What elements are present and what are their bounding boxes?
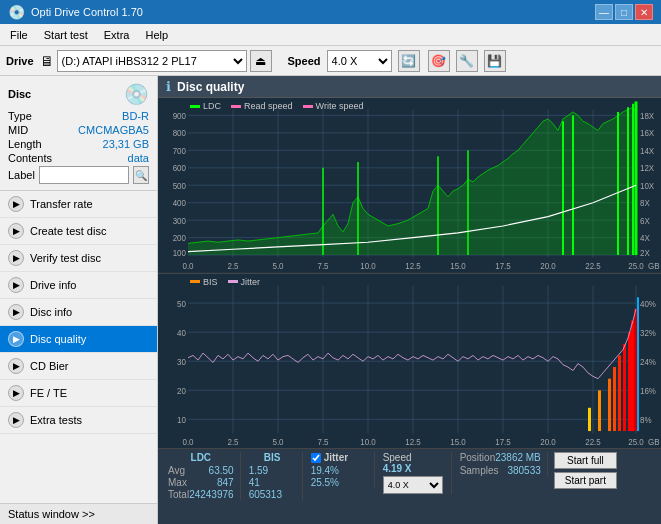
settings-button1[interactable]: 🎯 bbox=[428, 50, 450, 72]
sidebar-item-transfer-rate[interactable]: ▶ Transfer rate bbox=[0, 191, 157, 218]
nav-label-disc-info: Disc info bbox=[30, 306, 72, 318]
legend-jitter: Jitter bbox=[228, 277, 261, 287]
svg-rect-86 bbox=[637, 297, 639, 431]
write-speed-legend-label: Write speed bbox=[316, 101, 364, 111]
sidebar: Disc 💿 Type BD-R MID CMCMAGBA5 Length 23… bbox=[0, 76, 158, 524]
bis-total: 605313 bbox=[249, 489, 282, 500]
write-speed-legend-color bbox=[303, 105, 313, 108]
disc-info-icon: ▶ bbox=[8, 304, 24, 320]
svg-text:25.0: 25.0 bbox=[628, 436, 644, 447]
label-input[interactable] bbox=[39, 166, 129, 184]
nav-label-fe-te: FE / TE bbox=[30, 387, 67, 399]
bis-legend-label: BIS bbox=[203, 277, 218, 287]
svg-text:25.0: 25.0 bbox=[628, 260, 644, 271]
max-label: Max bbox=[168, 477, 187, 488]
svg-text:2.5: 2.5 bbox=[227, 436, 238, 447]
svg-text:800: 800 bbox=[173, 128, 186, 139]
svg-text:30: 30 bbox=[177, 356, 186, 367]
svg-text:700: 700 bbox=[173, 145, 186, 156]
sidebar-item-disc-info[interactable]: ▶ Disc info bbox=[0, 299, 157, 326]
svg-text:40: 40 bbox=[177, 327, 186, 338]
svg-text:0.0: 0.0 bbox=[182, 260, 193, 271]
eject-button[interactable]: ⏏ bbox=[250, 50, 272, 72]
drive-label: Drive bbox=[6, 55, 34, 67]
svg-text:2.5: 2.5 bbox=[227, 260, 238, 271]
fe-te-icon: ▶ bbox=[8, 385, 24, 401]
svg-text:2X: 2X bbox=[640, 248, 650, 259]
svg-text:20.0: 20.0 bbox=[540, 436, 556, 447]
titlebar: 💿 Opti Drive Control 1.70 — □ ✕ bbox=[0, 0, 661, 24]
drive-dropdown[interactable]: (D:) ATAPI iHBS312 2 PL17 bbox=[57, 50, 247, 72]
refresh-button[interactable]: 🔄 bbox=[398, 50, 420, 72]
svg-text:12X: 12X bbox=[640, 163, 654, 174]
verify-test-disc-icon: ▶ bbox=[8, 250, 24, 266]
svg-text:400: 400 bbox=[173, 198, 186, 209]
jitter-checkbox[interactable] bbox=[311, 453, 321, 463]
start-part-button[interactable]: Start part bbox=[554, 472, 617, 489]
svg-rect-80 bbox=[613, 367, 616, 431]
svg-text:8%: 8% bbox=[640, 414, 652, 425]
app-icon: 💿 bbox=[8, 4, 25, 20]
maximize-button[interactable]: □ bbox=[615, 4, 633, 20]
drive-selector[interactable]: 🖥 (D:) ATAPI iHBS312 2 PL17 ⏏ bbox=[40, 50, 272, 72]
sidebar-item-fe-te[interactable]: ▶ FE / TE bbox=[0, 380, 157, 407]
chart-top-svg: 900 800 700 600 500 400 300 200 100 18X … bbox=[158, 98, 661, 273]
svg-rect-83 bbox=[628, 332, 631, 431]
svg-text:12.5: 12.5 bbox=[405, 260, 421, 271]
save-button[interactable]: 💾 bbox=[484, 50, 506, 72]
sidebar-item-extra-tests[interactable]: ▶ Extra tests bbox=[0, 407, 157, 434]
svg-text:40%: 40% bbox=[640, 297, 656, 308]
svg-rect-78 bbox=[598, 390, 601, 431]
jitter-max: 25.5% bbox=[311, 477, 339, 488]
settings-button2[interactable]: 🔧 bbox=[456, 50, 478, 72]
menu-start-test[interactable]: Start test bbox=[38, 27, 94, 43]
stats-row: LDC Avg 63.50 Max 847 Total 24243976 bbox=[158, 448, 661, 524]
label-label: Label bbox=[8, 169, 35, 181]
samples-val: 380533 bbox=[507, 465, 540, 476]
menu-extra[interactable]: Extra bbox=[98, 27, 136, 43]
sidebar-item-cd-bier[interactable]: ▶ CD Bier bbox=[0, 353, 157, 380]
samples-label: Samples bbox=[460, 465, 499, 476]
status-window-button[interactable]: Status window >> bbox=[0, 503, 157, 524]
nav-label-cd-bier: CD Bier bbox=[30, 360, 69, 372]
disc-quality-info-icon: ℹ bbox=[166, 79, 171, 94]
contents-label: Contents bbox=[8, 152, 52, 164]
speed-stat-select[interactable]: 4.0 X bbox=[383, 476, 443, 494]
sidebar-item-drive-info[interactable]: ▶ Drive info bbox=[0, 272, 157, 299]
sidebar-item-create-test-disc[interactable]: ▶ Create test disc bbox=[0, 218, 157, 245]
minimize-button[interactable]: — bbox=[595, 4, 613, 20]
menubar: File Start test Extra Help bbox=[0, 24, 661, 46]
menu-help[interactable]: Help bbox=[139, 27, 174, 43]
label-browse-button[interactable]: 🔍 bbox=[133, 166, 149, 184]
svg-text:16X: 16X bbox=[640, 128, 654, 139]
svg-text:18X: 18X bbox=[640, 110, 654, 121]
speed-dropdown[interactable]: 1.0 X 2.0 X 4.0 X 8.0 X bbox=[327, 50, 392, 72]
sidebar-item-disc-quality[interactable]: ▶ Disc quality bbox=[0, 326, 157, 353]
drivebar: Drive 🖥 (D:) ATAPI iHBS312 2 PL17 ⏏ Spee… bbox=[0, 46, 661, 76]
svg-text:5.0: 5.0 bbox=[272, 260, 283, 271]
ldc-total: 24243976 bbox=[189, 489, 234, 500]
ldc-stats: LDC Avg 63.50 Max 847 Total 24243976 bbox=[162, 452, 241, 500]
type-label: Type bbox=[8, 110, 32, 122]
svg-text:500: 500 bbox=[173, 180, 186, 191]
svg-text:10.0: 10.0 bbox=[360, 436, 376, 447]
sidebar-item-verify-test-disc[interactable]: ▶ Verify test disc bbox=[0, 245, 157, 272]
length-value: 23,31 GB bbox=[103, 138, 149, 150]
nav-label-transfer-rate: Transfer rate bbox=[30, 198, 93, 210]
start-full-button[interactable]: Start full bbox=[554, 452, 617, 469]
svg-text:7.5: 7.5 bbox=[317, 260, 328, 271]
cd-bier-icon: ▶ bbox=[8, 358, 24, 374]
close-button[interactable]: ✕ bbox=[635, 4, 653, 20]
disc-image-icon: 💿 bbox=[124, 82, 149, 106]
type-value: BD-R bbox=[122, 110, 149, 122]
nav-label-disc-quality: Disc quality bbox=[30, 333, 86, 345]
menu-file[interactable]: File bbox=[4, 27, 34, 43]
svg-text:900: 900 bbox=[173, 110, 186, 121]
svg-text:10: 10 bbox=[177, 414, 186, 425]
app-title: Opti Drive Control 1.70 bbox=[31, 6, 143, 18]
read-speed-legend-color bbox=[231, 105, 241, 108]
jitter-legend-label: Jitter bbox=[241, 277, 261, 287]
bis-legend-color bbox=[190, 280, 200, 283]
avg-label: Avg bbox=[168, 465, 185, 476]
nav-label-verify-test-disc: Verify test disc bbox=[30, 252, 101, 264]
